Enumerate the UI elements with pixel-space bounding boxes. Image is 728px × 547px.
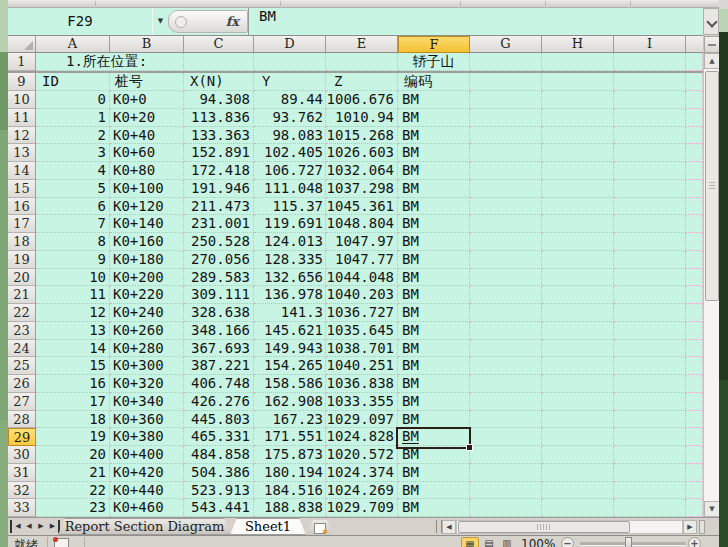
- cell-empty[interactable]: [470, 482, 542, 500]
- zoom-level-label[interactable]: 100%: [521, 537, 555, 547]
- cell-empty[interactable]: [542, 357, 614, 375]
- cell-code[interactable]: BM: [398, 109, 470, 127]
- row-header[interactable]: 9: [8, 73, 36, 91]
- cell-empty[interactable]: [542, 286, 614, 304]
- cell-y[interactable]: 89.44: [254, 91, 326, 109]
- cell-code[interactable]: BM: [398, 91, 470, 109]
- cell-empty[interactable]: [470, 304, 542, 322]
- cell-y[interactable]: 145.621: [254, 322, 326, 340]
- cell-location-label[interactable]: 1.所在位置:: [36, 53, 184, 71]
- cell-z[interactable]: 1047.77: [326, 251, 398, 269]
- cell-empty[interactable]: [614, 375, 686, 393]
- cell-empty[interactable]: [686, 286, 703, 304]
- column-header-H[interactable]: H: [542, 36, 614, 53]
- row-header[interactable]: 18: [8, 233, 36, 251]
- view-page-layout-button[interactable]: ▤: [480, 537, 498, 547]
- cell-empty[interactable]: [470, 393, 542, 411]
- cell-empty[interactable]: [542, 73, 614, 91]
- cell-empty[interactable]: [542, 233, 614, 251]
- cell-code[interactable]: BM: [398, 375, 470, 393]
- row-header[interactable]: 20: [8, 269, 36, 287]
- scroll-up-button[interactable]: ▲: [704, 53, 720, 69]
- cell-z[interactable]: 1040.251: [326, 357, 398, 375]
- cell-z[interactable]: 1044.048: [326, 269, 398, 287]
- cell-z[interactable]: 1048.804: [326, 215, 398, 233]
- cell-empty[interactable]: [470, 464, 542, 482]
- cell-empty[interactable]: [686, 198, 703, 216]
- cell-x[interactable]: 250.528: [184, 233, 254, 251]
- row-header[interactable]: 1: [8, 53, 36, 71]
- cell-x[interactable]: 406.748: [184, 375, 254, 393]
- cell-x[interactable]: 270.056: [184, 251, 254, 269]
- cell-header-code[interactable]: 编码: [398, 73, 470, 91]
- cell-code[interactable]: BM: [398, 233, 470, 251]
- cell-x[interactable]: 191.946: [184, 180, 254, 198]
- row-header[interactable]: 21: [8, 286, 36, 304]
- cell-empty[interactable]: [542, 109, 614, 127]
- cell-z[interactable]: 1020.572: [326, 446, 398, 464]
- cell-empty[interactable]: [470, 180, 542, 198]
- row-header[interactable]: 12: [8, 127, 36, 145]
- cell-stake[interactable]: K0+320: [110, 375, 184, 393]
- cell-code[interactable]: BM: [398, 304, 470, 322]
- cell-empty[interactable]: [686, 499, 703, 517]
- cell-empty[interactable]: [614, 215, 686, 233]
- cell-empty[interactable]: [614, 73, 686, 91]
- name-box[interactable]: F29: [8, 8, 153, 35]
- cell-code[interactable]: BM: [398, 340, 470, 358]
- cell-empty[interactable]: [614, 464, 686, 482]
- cell-stake[interactable]: K0+260: [110, 322, 184, 340]
- cell-y[interactable]: 136.978: [254, 286, 326, 304]
- cell-empty[interactable]: [686, 144, 703, 162]
- cell-id[interactable]: 21: [36, 464, 110, 482]
- cell-empty[interactable]: [470, 198, 542, 216]
- cell-empty[interactable]: [614, 393, 686, 411]
- cell-x[interactable]: 133.363: [184, 127, 254, 145]
- cell-x[interactable]: 523.913: [184, 482, 254, 500]
- cell-stake[interactable]: K0+20: [110, 109, 184, 127]
- cell-y[interactable]: 93.762: [254, 109, 326, 127]
- cell-empty[interactable]: [542, 215, 614, 233]
- cell-stake[interactable]: K0+440: [110, 482, 184, 500]
- row-header[interactable]: 23: [8, 322, 36, 340]
- cell-code[interactable]: BM: [398, 446, 470, 464]
- row-header[interactable]: 28: [8, 411, 36, 429]
- cell-stake[interactable]: K0+180: [110, 251, 184, 269]
- cell-empty[interactable]: [686, 446, 703, 464]
- cell-z[interactable]: 1010.94: [326, 109, 398, 127]
- row-header[interactable]: 22: [8, 304, 36, 322]
- cell-x[interactable]: 289.583: [184, 269, 254, 287]
- cell-code[interactable]: BM: [398, 499, 470, 517]
- cell-id[interactable]: 3: [36, 144, 110, 162]
- cell-stake[interactable]: K0+240: [110, 304, 184, 322]
- row-header[interactable]: 15: [8, 180, 36, 198]
- cell-y[interactable]: 175.873: [254, 446, 326, 464]
- row-header[interactable]: 19: [8, 251, 36, 269]
- cell-code[interactable]: BM: [398, 357, 470, 375]
- cell-code[interactable]: BM: [398, 215, 470, 233]
- cell-code[interactable]: BM: [398, 464, 470, 482]
- column-header-B[interactable]: B: [110, 36, 184, 53]
- column-header-D[interactable]: D: [254, 36, 326, 53]
- cell-y[interactable]: 188.838: [254, 499, 326, 517]
- cell-empty[interactable]: [470, 322, 542, 340]
- cell-empty[interactable]: [470, 286, 542, 304]
- vertical-scrollbar-thumb[interactable]: [705, 71, 719, 301]
- scroll-left-button[interactable]: ◀: [442, 520, 456, 534]
- cell-stake[interactable]: K0+340: [110, 393, 184, 411]
- cell-code[interactable]: BM: [398, 162, 470, 180]
- cell-stake[interactable]: K0+160: [110, 233, 184, 251]
- cell-empty[interactable]: [542, 446, 614, 464]
- cell-empty[interactable]: [614, 269, 686, 287]
- cell-z[interactable]: 1047.97: [326, 233, 398, 251]
- cell-z[interactable]: 1006.676: [326, 91, 398, 109]
- cell-empty[interactable]: [542, 340, 614, 358]
- column-header-I[interactable]: I: [614, 36, 686, 53]
- cell-code[interactable]: BM: [398, 251, 470, 269]
- cell-y[interactable]: 184.516: [254, 482, 326, 500]
- row-header[interactable]: 17: [8, 215, 36, 233]
- cell-empty[interactable]: [614, 357, 686, 375]
- row-header[interactable]: 14: [8, 162, 36, 180]
- cell-z[interactable]: 1024.374: [326, 464, 398, 482]
- cell-empty[interactable]: [686, 180, 703, 198]
